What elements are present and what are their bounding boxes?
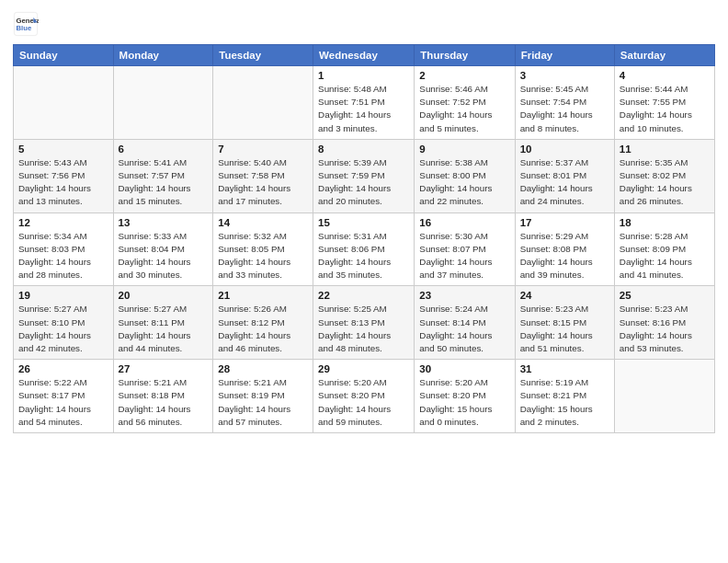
day-cell: 5Sunrise: 5:43 AM Sunset: 7:56 PM Daylig… <box>14 139 114 213</box>
weekday-header-monday: Monday <box>113 45 213 66</box>
day-cell <box>14 66 114 140</box>
day-number: 25 <box>620 290 710 301</box>
day-cell: 24Sunrise: 5:23 AM Sunset: 8:15 PM Dayli… <box>515 286 614 360</box>
calendar: SundayMondayTuesdayWednesdayThursdayFrid… <box>13 44 715 433</box>
logo-icon: General Blue <box>13 11 39 37</box>
day-cell: 21Sunrise: 5:26 AM Sunset: 8:12 PM Dayli… <box>213 286 313 360</box>
day-cell: 13Sunrise: 5:33 AM Sunset: 8:04 PM Dayli… <box>113 213 213 286</box>
day-cell <box>113 66 213 140</box>
weekday-header-saturday: Saturday <box>614 45 714 66</box>
day-info: Sunrise: 5:20 AM Sunset: 8:20 PM Dayligh… <box>419 376 509 429</box>
day-cell: 12Sunrise: 5:34 AM Sunset: 8:03 PM Dayli… <box>14 213 114 286</box>
day-number: 13 <box>119 217 209 228</box>
day-number: 31 <box>520 363 609 374</box>
day-cell: 7Sunrise: 5:40 AM Sunset: 7:58 PM Daylig… <box>213 139 313 213</box>
day-info: Sunrise: 5:43 AM Sunset: 7:56 PM Dayligh… <box>18 156 108 209</box>
page: General Blue SundayMondayTuesdayWednesda… <box>0 0 728 563</box>
day-info: Sunrise: 5:29 AM Sunset: 8:08 PM Dayligh… <box>520 230 609 282</box>
day-cell: 17Sunrise: 5:29 AM Sunset: 8:08 PM Dayli… <box>515 213 614 286</box>
day-info: Sunrise: 5:27 AM Sunset: 8:10 PM Dayligh… <box>18 303 108 355</box>
weekday-header-row: SundayMondayTuesdayWednesdayThursdayFrid… <box>14 45 715 66</box>
day-info: Sunrise: 5:19 AM Sunset: 8:21 PM Dayligh… <box>520 376 609 429</box>
day-cell: 31Sunrise: 5:19 AM Sunset: 8:21 PM Dayli… <box>515 360 614 433</box>
day-cell: 29Sunrise: 5:20 AM Sunset: 8:20 PM Dayli… <box>313 360 415 433</box>
day-number: 23 <box>419 290 509 301</box>
day-number: 16 <box>419 217 509 228</box>
day-cell: 16Sunrise: 5:30 AM Sunset: 8:07 PM Dayli… <box>415 213 515 286</box>
day-info: Sunrise: 5:23 AM Sunset: 8:15 PM Dayligh… <box>520 303 609 355</box>
day-number: 3 <box>520 70 609 81</box>
day-number: 9 <box>419 144 509 155</box>
day-info: Sunrise: 5:32 AM Sunset: 8:05 PM Dayligh… <box>218 230 308 282</box>
day-number: 1 <box>318 70 409 81</box>
day-cell: 23Sunrise: 5:24 AM Sunset: 8:14 PM Dayli… <box>415 286 515 360</box>
day-cell: 6Sunrise: 5:41 AM Sunset: 7:57 PM Daylig… <box>113 139 213 213</box>
day-number: 12 <box>18 217 108 228</box>
day-cell: 20Sunrise: 5:27 AM Sunset: 8:11 PM Dayli… <box>113 286 213 360</box>
day-info: Sunrise: 5:44 AM Sunset: 7:55 PM Dayligh… <box>620 83 710 135</box>
day-info: Sunrise: 5:48 AM Sunset: 7:51 PM Dayligh… <box>318 83 409 135</box>
day-number: 26 <box>18 363 108 374</box>
day-number: 28 <box>218 363 308 374</box>
week-row-1: 1Sunrise: 5:48 AM Sunset: 7:51 PM Daylig… <box>14 66 715 140</box>
day-cell: 4Sunrise: 5:44 AM Sunset: 7:55 PM Daylig… <box>614 66 714 140</box>
day-info: Sunrise: 5:22 AM Sunset: 8:17 PM Dayligh… <box>18 376 108 429</box>
day-info: Sunrise: 5:37 AM Sunset: 8:01 PM Dayligh… <box>520 156 609 209</box>
day-cell: 1Sunrise: 5:48 AM Sunset: 7:51 PM Daylig… <box>313 66 415 140</box>
svg-text:Blue: Blue <box>17 24 32 32</box>
day-number: 17 <box>520 217 609 228</box>
day-info: Sunrise: 5:38 AM Sunset: 8:00 PM Dayligh… <box>419 156 509 209</box>
day-cell: 14Sunrise: 5:32 AM Sunset: 8:05 PM Dayli… <box>213 213 313 286</box>
day-info: Sunrise: 5:24 AM Sunset: 8:14 PM Dayligh… <box>419 303 509 355</box>
day-number: 20 <box>119 290 209 301</box>
day-number: 4 <box>620 70 710 81</box>
day-cell: 19Sunrise: 5:27 AM Sunset: 8:10 PM Dayli… <box>14 286 114 360</box>
day-info: Sunrise: 5:35 AM Sunset: 8:02 PM Dayligh… <box>620 156 710 209</box>
day-cell: 25Sunrise: 5:23 AM Sunset: 8:16 PM Dayli… <box>614 286 714 360</box>
logo: General Blue <box>13 11 42 37</box>
weekday-header-thursday: Thursday <box>415 45 515 66</box>
weekday-header-tuesday: Tuesday <box>213 45 313 66</box>
day-cell: 11Sunrise: 5:35 AM Sunset: 8:02 PM Dayli… <box>614 139 714 213</box>
day-number: 27 <box>119 363 209 374</box>
day-number: 30 <box>419 363 509 374</box>
day-number: 24 <box>520 290 609 301</box>
day-number: 10 <box>520 144 609 155</box>
day-info: Sunrise: 5:25 AM Sunset: 8:13 PM Dayligh… <box>318 303 409 355</box>
day-cell <box>213 66 313 140</box>
day-cell: 10Sunrise: 5:37 AM Sunset: 8:01 PM Dayli… <box>515 139 614 213</box>
day-number: 8 <box>318 144 409 155</box>
day-cell: 9Sunrise: 5:38 AM Sunset: 8:00 PM Daylig… <box>415 139 515 213</box>
day-cell: 8Sunrise: 5:39 AM Sunset: 7:59 PM Daylig… <box>313 139 415 213</box>
day-number: 14 <box>218 217 308 228</box>
day-info: Sunrise: 5:41 AM Sunset: 7:57 PM Dayligh… <box>119 156 209 209</box>
day-info: Sunrise: 5:33 AM Sunset: 8:04 PM Dayligh… <box>119 230 209 282</box>
day-info: Sunrise: 5:23 AM Sunset: 8:16 PM Dayligh… <box>620 303 710 355</box>
week-row-2: 5Sunrise: 5:43 AM Sunset: 7:56 PM Daylig… <box>14 139 715 213</box>
weekday-header-friday: Friday <box>515 45 614 66</box>
day-number: 29 <box>318 363 409 374</box>
day-info: Sunrise: 5:40 AM Sunset: 7:58 PM Dayligh… <box>218 156 308 209</box>
day-info: Sunrise: 5:21 AM Sunset: 8:18 PM Dayligh… <box>119 376 209 429</box>
day-info: Sunrise: 5:27 AM Sunset: 8:11 PM Dayligh… <box>119 303 209 355</box>
day-cell: 30Sunrise: 5:20 AM Sunset: 8:20 PM Dayli… <box>415 360 515 433</box>
week-row-4: 19Sunrise: 5:27 AM Sunset: 8:10 PM Dayli… <box>14 286 715 360</box>
day-number: 19 <box>18 290 108 301</box>
day-number: 6 <box>119 144 209 155</box>
day-info: Sunrise: 5:31 AM Sunset: 8:06 PM Dayligh… <box>318 230 409 282</box>
day-cell: 28Sunrise: 5:21 AM Sunset: 8:19 PM Dayli… <box>213 360 313 433</box>
day-cell: 26Sunrise: 5:22 AM Sunset: 8:17 PM Dayli… <box>14 360 114 433</box>
day-number: 21 <box>218 290 308 301</box>
day-info: Sunrise: 5:30 AM Sunset: 8:07 PM Dayligh… <box>419 230 509 282</box>
day-cell: 3Sunrise: 5:45 AM Sunset: 7:54 PM Daylig… <box>515 66 614 140</box>
day-cell <box>614 360 714 433</box>
day-info: Sunrise: 5:26 AM Sunset: 8:12 PM Dayligh… <box>218 303 308 355</box>
day-cell: 2Sunrise: 5:46 AM Sunset: 7:52 PM Daylig… <box>415 66 515 140</box>
day-number: 15 <box>318 217 409 228</box>
weekday-header-sunday: Sunday <box>14 45 114 66</box>
day-number: 11 <box>620 144 710 155</box>
day-info: Sunrise: 5:45 AM Sunset: 7:54 PM Dayligh… <box>520 83 609 135</box>
weekday-header-wednesday: Wednesday <box>313 45 415 66</box>
day-number: 7 <box>218 144 308 155</box>
day-info: Sunrise: 5:20 AM Sunset: 8:20 PM Dayligh… <box>318 376 409 429</box>
